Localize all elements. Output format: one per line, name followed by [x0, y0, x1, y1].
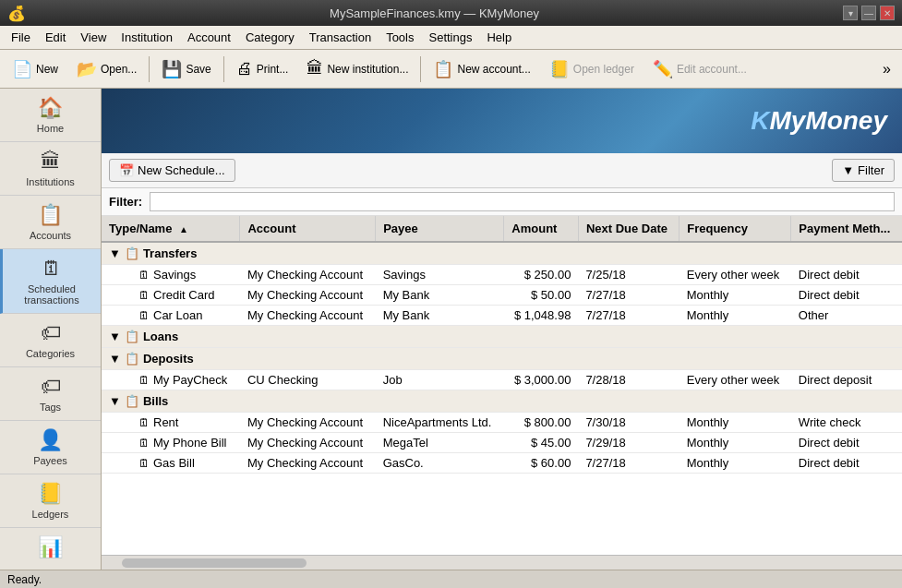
- sidebar-icon: 📒: [38, 482, 63, 506]
- group-collapse-icon[interactable]: ▼: [109, 330, 121, 343]
- menubar-item-settings[interactable]: Settings: [422, 29, 480, 46]
- toolbar-icon: 📋: [433, 59, 453, 79]
- table-row[interactable]: 🗓Gas BillMy Checking AccountGasCo.$ 60.0…: [102, 453, 902, 474]
- toolbar-btn-new-account---[interactable]: 📋New account...: [425, 54, 538, 84]
- table-row[interactable]: 🗓RentMy Checking AccountNiceApartments L…: [102, 413, 902, 433]
- close-button[interactable]: ✕: [880, 6, 895, 20]
- menubar-item-transaction[interactable]: Transaction: [302, 29, 379, 46]
- cell-frequency: Monthly: [680, 433, 791, 453]
- sidebar-item-ledgers[interactable]: 📒Ledgers: [0, 474, 101, 528]
- scheduled-transactions-panel: 📅 New Schedule... ▼ Filter Filter:: [102, 153, 902, 570]
- col-duedate[interactable]: Next Due Date: [578, 216, 679, 242]
- menubar-item-view[interactable]: View: [73, 29, 114, 46]
- filter-row: Filter:: [102, 188, 902, 216]
- col-account[interactable]: Account: [240, 216, 376, 242]
- cell-account: My Checking Account: [240, 453, 376, 474]
- cell-name: 🗓My Phone Bill: [102, 433, 240, 453]
- menubar-item-category[interactable]: Category: [238, 29, 302, 46]
- titlebar-controls[interactable]: ▾ — ✕: [843, 6, 895, 20]
- sched-row-icon: 🗓: [138, 437, 150, 450]
- sched-row-icon: 🗓: [138, 289, 150, 302]
- toolbar-btn-new[interactable]: 📄New: [4, 54, 66, 84]
- group-collapse-icon[interactable]: ▼: [109, 394, 121, 408]
- cell-name: 🗓Credit Card: [102, 285, 240, 306]
- cell-duedate: 7/27/18: [578, 306, 679, 326]
- logo-mymoney: MyMoney: [769, 106, 887, 135]
- cell-frequency: Monthly: [680, 306, 791, 326]
- sidebar-icon: 🏛: [41, 150, 61, 174]
- sidebar-item-accounts[interactable]: 📋Accounts: [0, 196, 101, 249]
- sidebar-item-categories[interactable]: 🏷Categories: [0, 314, 101, 367]
- sidebar-item-home[interactable]: 🏠Home: [0, 89, 101, 142]
- group-header-row[interactable]: ▼📋Transfers: [102, 242, 902, 265]
- toolbar-btn-label: New institution...: [327, 63, 408, 76]
- table-row[interactable]: 🗓SavingsMy Checking AccountSavings$ 250.…: [102, 265, 902, 285]
- toolbar-btn-new-institution---[interactable]: 🏛New institution...: [298, 54, 416, 83]
- toolbar-overflow-button[interactable]: »: [875, 57, 898, 81]
- sched-row-icon: 🗓: [138, 309, 150, 322]
- group-type-icon: 📋: [125, 246, 139, 260]
- horizontal-scrollbar[interactable]: [102, 555, 902, 570]
- cell-duedate: 7/27/18: [578, 453, 679, 474]
- group-collapse-icon[interactable]: ▼: [109, 352, 121, 366]
- sidebar-item-payees[interactable]: 👤Payees: [0, 421, 101, 474]
- toolbar-btn-label: Edit account...: [677, 63, 747, 76]
- filter-button[interactable]: ▼ Filter: [832, 159, 895, 182]
- sidebar-label: Categories: [26, 348, 75, 359]
- cell-account: My Checking Account: [240, 306, 376, 326]
- menubar-item-edit[interactable]: Edit: [38, 29, 73, 46]
- minimize-button[interactable]: ▾: [843, 6, 858, 20]
- group-name: Loans: [143, 330, 178, 343]
- col-payment[interactable]: Payment Meth...: [791, 216, 902, 242]
- toolbar-btn-open---[interactable]: 📂Open...: [68, 54, 145, 84]
- sidebar-item-institutions[interactable]: 🏛Institutions: [0, 142, 101, 196]
- sidebar-item-tags[interactable]: 🏷Tags: [0, 367, 101, 421]
- group-header-row[interactable]: ▼📋Bills: [102, 390, 902, 413]
- menubar-item-institution[interactable]: Institution: [114, 29, 180, 46]
- group-type-icon: 📋: [125, 352, 139, 366]
- sort-icon: ▲: [179, 224, 188, 234]
- cell-duedate: 7/25/18: [578, 265, 679, 285]
- sidebar-icon: 👤: [38, 428, 63, 452]
- new-schedule-button[interactable]: 📅 New Schedule...: [109, 159, 235, 182]
- scrollbar-thumb[interactable]: [122, 558, 307, 568]
- sidebar-icon: 🏷: [41, 375, 61, 399]
- group-header-row[interactable]: ▼📋Loans: [102, 326, 902, 348]
- toolbar-btn-save[interactable]: 💾Save: [153, 54, 219, 84]
- menubar-item-tools[interactable]: Tools: [379, 29, 421, 46]
- table-container[interactable]: Type/Name ▲ Account Payee Amount Next Du…: [102, 216, 902, 555]
- filter-row-label: Filter:: [109, 195, 142, 209]
- cell-frequency: Monthly: [680, 413, 791, 433]
- filter-input[interactable]: [150, 192, 895, 211]
- cell-payment: Direct debit: [791, 285, 902, 306]
- toolbar-btn-print---[interactable]: 🖨Print...: [228, 54, 297, 83]
- main-layout: 🏠Home🏛Institutions📋Accounts🗓Scheduled tr…: [0, 89, 902, 570]
- menubar-item-account[interactable]: Account: [180, 29, 238, 46]
- sidebar-item-scheduled-transactions[interactable]: 🗓Scheduled transactions: [0, 249, 101, 314]
- col-frequency[interactable]: Frequency: [680, 216, 791, 242]
- banner: KMyMoney: [102, 89, 902, 153]
- cell-payment: Direct debit: [791, 453, 902, 474]
- col-typename[interactable]: Type/Name ▲: [102, 216, 240, 242]
- cell-amount: $ 1,048.98: [504, 306, 579, 326]
- toolbar-icon: 🏛: [307, 59, 323, 78]
- col-amount[interactable]: Amount: [504, 216, 579, 242]
- group-type-icon: 📋: [125, 394, 139, 408]
- col-payee[interactable]: Payee: [376, 216, 504, 242]
- table-row[interactable]: 🗓Car LoanMy Checking AccountMy Bank$ 1,0…: [102, 306, 902, 326]
- table-body: ▼📋Transfers🗓SavingsMy Checking AccountSa…: [102, 242, 902, 474]
- sidebar-item-[interactable]: 📊: [0, 528, 101, 570]
- maximize-button[interactable]: —: [861, 6, 876, 20]
- menubar-item-help[interactable]: Help: [479, 29, 519, 46]
- table-row[interactable]: 🗓Credit CardMy Checking AccountMy Bank$ …: [102, 285, 902, 306]
- toolbar-btn-label: Open ledger: [573, 63, 634, 76]
- group-header-row[interactable]: ▼📋Deposits: [102, 348, 902, 370]
- menubar-item-file[interactable]: File: [4, 29, 38, 46]
- sidebar-label: Ledgers: [32, 509, 69, 520]
- table-row[interactable]: 🗓My PayCheckCU CheckingJob$ 3,000.007/28…: [102, 370, 902, 390]
- group-collapse-icon[interactable]: ▼: [109, 246, 121, 260]
- toolbar-icon: 📄: [12, 59, 32, 79]
- table-row[interactable]: 🗓My Phone BillMy Checking AccountMegaTel…: [102, 433, 902, 453]
- cell-payee: Savings: [376, 265, 504, 285]
- sidebar-icon: 🗓: [42, 257, 62, 281]
